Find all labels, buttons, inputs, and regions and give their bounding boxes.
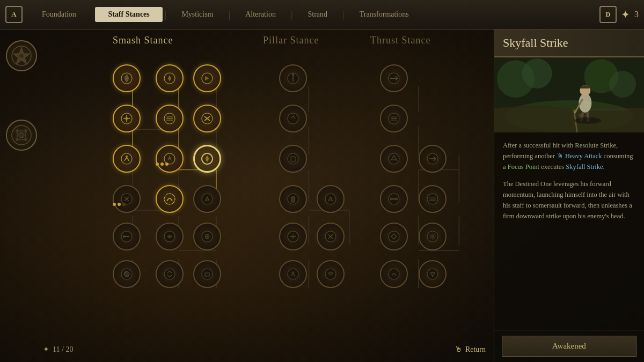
smash-node-2-3[interactable] (156, 145, 184, 173)
svg-point-102 (396, 198, 398, 200)
dot-1 (156, 162, 159, 166)
smash-node-2-4[interactable] (156, 185, 184, 213)
nav-items: Foundation | Staff Stances | Mysticism |… (29, 7, 599, 22)
smash-stance-title: Smash Stance (113, 35, 173, 46)
nav-item-mysticism[interactable]: Mysticism (169, 7, 226, 22)
smash-node-3-selected[interactable] (193, 145, 221, 173)
smash-node-1-2[interactable] (113, 105, 141, 132)
dot-4 (113, 203, 116, 206)
nav-button-a[interactable]: A (5, 6, 23, 23)
svg-point-7 (24, 138, 27, 141)
svg-point-72 (202, 194, 213, 204)
return-button[interactable]: 🖱 Return (455, 345, 486, 354)
dot-2 (160, 162, 164, 166)
svg-point-4 (16, 129, 19, 132)
svg-point-52 (121, 153, 132, 164)
pillar-node-2-4[interactable] (317, 185, 345, 213)
smash-node-3-2[interactable] (193, 105, 221, 132)
thrust-node-2-6[interactable] (419, 260, 447, 288)
svg-point-5 (24, 129, 27, 132)
currency-icon: ✦ (621, 8, 630, 21)
thrust-node-1-5[interactable] (380, 223, 408, 250)
pillar-node-1-3[interactable] (279, 145, 307, 173)
left-sidebar (0, 29, 43, 362)
smash-node-3-4[interactable] (193, 185, 221, 213)
nav-item-foundation[interactable]: Foundation (29, 7, 89, 22)
pillar-node-1-6[interactable] (279, 260, 307, 288)
pillar-node-2-5[interactable] (317, 223, 345, 250)
thrust-node-1-6[interactable] (380, 260, 408, 288)
svg-point-103 (389, 231, 399, 242)
nav-button-d[interactable]: D (599, 6, 617, 23)
svg-point-86 (288, 269, 298, 279)
panel-footer: Awakened (494, 330, 644, 362)
thrust-node-1-1[interactable] (380, 64, 408, 92)
nav-item-strand[interactable]: Strand (295, 7, 341, 22)
thrust-node-2-4[interactable] (419, 185, 447, 213)
skill-tree: Smash Stance (43, 29, 494, 362)
smash-node-1-4[interactable] (113, 185, 141, 213)
nav-sep-2: | (163, 9, 169, 20)
svg-point-87 (325, 194, 336, 204)
scene-illustration (494, 57, 644, 132)
smash-node-2-1[interactable] (156, 64, 184, 92)
smash-node-3-5[interactable] (193, 223, 221, 250)
svg-point-81 (288, 153, 298, 164)
svg-point-6 (16, 138, 19, 141)
dot-indicator-2 (113, 203, 126, 206)
smash-node-1-3[interactable] (113, 145, 141, 173)
dot-5 (118, 203, 121, 206)
pillar-node-1-5[interactable] (279, 223, 307, 250)
currency-value: 3 (634, 10, 639, 19)
smash-node-2-6[interactable] (156, 260, 184, 288)
navbar: A Foundation | Staff Stances | Mysticism… (0, 0, 644, 29)
pillar-node-1-1[interactable] (279, 64, 307, 92)
svg-point-104 (389, 269, 399, 279)
description-para-1: After a successful hit with Resolute Str… (503, 140, 635, 172)
svg-point-1 (19, 54, 24, 58)
smash-node-1-1[interactable] (113, 64, 141, 92)
nav-item-staff-stances[interactable]: Staff Stances (95, 7, 162, 22)
thrust-node-1-3[interactable] (380, 145, 408, 173)
smash-node-1-6[interactable] (113, 260, 141, 288)
thrust-stance-title: Thrust Stance (370, 35, 430, 46)
svg-point-114 (431, 235, 434, 238)
smash-node-3-6[interactable] (193, 260, 221, 288)
skill-screenshot (494, 57, 644, 132)
pillar-node-1-4[interactable] (279, 185, 307, 213)
nav-item-transformations[interactable]: Transformations (347, 7, 422, 22)
svg-point-51 (125, 117, 128, 120)
smash-node-3-1[interactable] (193, 64, 221, 92)
pillar-node-1-2[interactable] (279, 105, 307, 132)
detail-panel: Skyfall Strike (494, 29, 644, 362)
thrust-node-1-2[interactable] (380, 105, 408, 132)
main-content: Smash Stance (0, 29, 644, 362)
thrust-node-2-3[interactable] (419, 145, 447, 173)
svg-point-80 (288, 113, 298, 124)
nav-item-alteration[interactable]: Alteration (232, 7, 289, 22)
svg-point-130 (573, 109, 576, 113)
nav-right: D ✦ 3 (599, 6, 639, 23)
svg-point-60 (127, 275, 129, 277)
svg-point-76 (202, 269, 213, 279)
smash-node-2-5[interactable] (156, 223, 184, 250)
awakened-button[interactable]: Awakened (502, 336, 636, 357)
panel-title: Skyfall Strike (494, 29, 644, 57)
smash-node-2-2[interactable] (156, 105, 184, 132)
svg-point-66 (164, 269, 175, 279)
dot-indicator-1 (156, 162, 169, 166)
svg-point-119 (522, 58, 552, 88)
description-para-2: The Destined One leverages his forward m… (503, 179, 635, 221)
smash-node-1-5[interactable] (113, 223, 141, 250)
svg-point-59 (124, 271, 126, 274)
svg-point-131 (579, 114, 581, 116)
thrust-node-1-4[interactable] (380, 185, 408, 213)
input-icon: 🖱 (557, 152, 564, 160)
points-icon: ✦ (43, 345, 49, 354)
nav-sep-3: | (226, 9, 233, 20)
pillar-node-2-6[interactable] (317, 260, 345, 288)
nav-sep-1: | (89, 9, 96, 20)
thrust-node-2-5[interactable] (419, 223, 447, 250)
points-display: ✦ 11 / 20 (43, 345, 73, 354)
sidebar-emblem-mid (6, 120, 37, 151)
